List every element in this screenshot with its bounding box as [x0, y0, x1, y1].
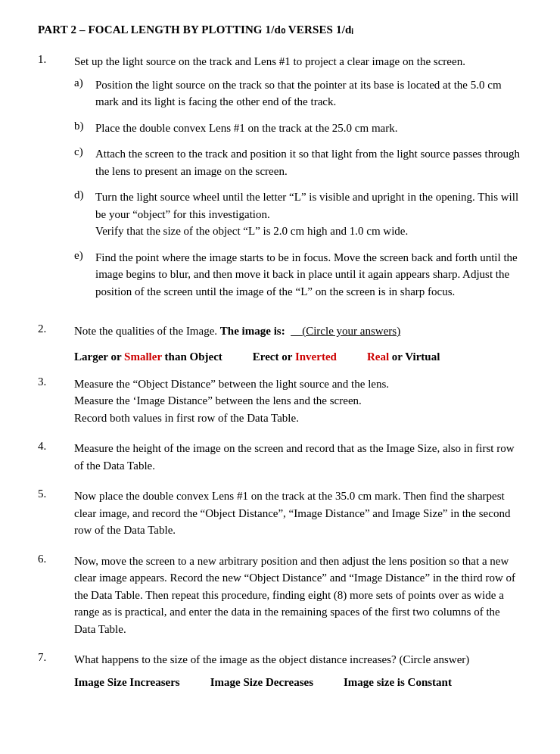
answer-increasers: Image Size Increasers [74, 676, 180, 689]
item-3-number: 3. [38, 375, 74, 427]
item-2-content: Note the qualities of the Image. The ima… [74, 322, 522, 368]
sub-item-c-text: Attach the screen to the track and posit… [95, 145, 522, 179]
item-7-number: 7. [38, 651, 74, 689]
sub-item-e: e) Find the point where the image starts… [74, 249, 522, 301]
quality-size: Larger or Smaller than Object [74, 351, 222, 363]
sub-item-d: d) Turn the light source wheel until the… [74, 188, 522, 240]
item-2-qualities-line: Note the qualities of the Image. The ima… [74, 322, 522, 340]
item-6-line-1: Now, move the screen to a new arbitrary … [74, 553, 522, 638]
item-4: 4. Measure the height of the image on th… [38, 440, 522, 474]
item-2: 2. Note the qualities of the Image. The … [38, 322, 522, 368]
item-2-number: 2. [38, 322, 74, 368]
item-1: 1. Set up the light source on the track … [38, 53, 522, 309]
quality-orientation: Erect or Inverted [253, 351, 337, 363]
than-object-label: than Object [162, 351, 222, 363]
erect-label: Erect or [253, 351, 295, 363]
inverted-label: Inverted [295, 351, 337, 363]
item-5-line-1: Now place the double convex Lens #1 on t… [74, 488, 522, 539]
item-6: 6. Now, move the screen to a new arbitra… [38, 553, 522, 638]
item-3-content: Measure the “Object Distance” between th… [74, 375, 522, 427]
answer-decreases: Image Size Decreases [210, 676, 313, 689]
quality-type: Real or Virtual [367, 351, 440, 363]
item-7: 7. What happens to the size of the image… [38, 651, 522, 689]
sub-item-d-text: Turn the light source wheel until the le… [95, 188, 522, 240]
item-4-content: Measure the height of the image on the s… [74, 440, 522, 474]
sub-item-a-text: Position the light source on the track s… [95, 76, 522, 111]
item-7-content: What happens to the size of the image as… [74, 651, 522, 689]
item-2-text-before: Note the qualities of the Image. [74, 322, 217, 340]
larger-label: Larger or [74, 351, 124, 363]
item-1-text: Set up the light source on the track and… [74, 53, 522, 70]
final-answers-row: Image Size Increasers Image Size Decreas… [74, 676, 522, 689]
sub-item-b: b) Place the double convex Lens #1 on th… [74, 120, 522, 137]
letter-c: c) [74, 145, 95, 179]
item-2-bold: The image is: [220, 322, 285, 340]
answer-constant: Image size is Constant [344, 676, 452, 689]
item-7-text: What happens to the size of the image as… [74, 651, 522, 668]
page-title: PART 2 – FOCAL LENGTH BY PLOTTING 1/d₀ V… [38, 23, 522, 36]
sub-item-b-text: Place the double convex Lens #1 on the t… [95, 120, 522, 137]
item-6-content: Now, move the screen to a new arbitrary … [74, 553, 522, 638]
letter-a: a) [74, 76, 95, 111]
item-5-number: 5. [38, 488, 74, 539]
item-3: 3. Measure the “Object Distance” between… [38, 375, 522, 427]
item-4-number: 4. [38, 440, 74, 474]
item-3-line-2: Measure the ‘Image Distance” between the… [74, 392, 522, 410]
item-6-number: 6. [38, 553, 74, 638]
sub-item-e-text: Find the point where the image starts to… [95, 249, 522, 301]
item-2-circle-note: __(Circle your answers) [291, 322, 400, 340]
real-label: Real [367, 351, 389, 363]
smaller-label: Smaller [124, 351, 162, 363]
item-5-content: Now place the double convex Lens #1 on t… [74, 488, 522, 539]
item-1-sublist: a) Position the light source on the trac… [74, 76, 522, 301]
letter-d: d) [74, 188, 95, 240]
item-3-line-1: Measure the “Object Distance” between th… [74, 375, 522, 393]
sub-item-c: c) Attach the screen to the track and po… [74, 145, 522, 179]
or-virtual-label: or Virtual [389, 351, 440, 363]
letter-b: b) [74, 120, 95, 137]
item-4-line-1: Measure the height of the image on the s… [74, 440, 522, 474]
item-1-number: 1. [38, 53, 74, 309]
item-5: 5. Now place the double convex Lens #1 o… [38, 488, 522, 539]
item-2-qualities-row: Larger or Smaller than Object Erect or I… [74, 351, 522, 363]
item-3-line-3: Record both values in first row of the D… [74, 410, 522, 427]
sub-item-a: a) Position the light source on the trac… [74, 76, 522, 111]
item-1-content: Set up the light source on the track and… [74, 53, 522, 309]
letter-e: e) [74, 249, 95, 301]
